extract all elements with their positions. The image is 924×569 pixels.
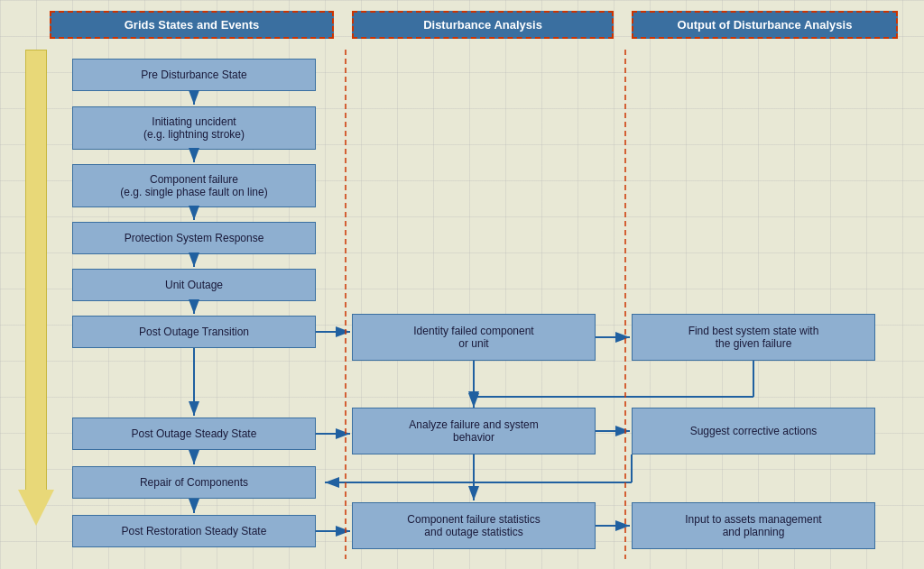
column-header-2: Disturbance Analysis: [352, 11, 614, 39]
analyze-failure-box: Analyze failure and systembehavior: [352, 408, 596, 454]
identity-failed-box: Identity failed componentor unit: [352, 314, 596, 361]
column-header-3: Output of Disturbance Analysis: [632, 11, 898, 39]
suggest-corrective-box: Suggest corrective actions: [632, 408, 875, 454]
find-best-state-box: Find best system state withthe given fai…: [632, 314, 875, 361]
input-assets-box: Input to assets managementand planning: [632, 502, 875, 549]
repair-components-box: Repair of Components: [72, 466, 316, 499]
initiating-incident-box: Initiating uncident(e.g. lightning strok…: [72, 106, 316, 150]
diagram-container: Grids States and Events Disturbance Anal…: [0, 0, 924, 569]
unit-outage-box: Unit Outage: [72, 269, 316, 301]
pre-disturbance-box: Pre Disturbance State: [72, 59, 316, 91]
failure-statistics-box: Component failure statisticsand outage s…: [352, 502, 596, 549]
post-outage-transition-box: Post Outage Transition: [72, 316, 316, 348]
time-arrow: [18, 50, 54, 537]
protection-system-box: Protection System Response: [72, 222, 316, 254]
component-failure-box: Component failure(e.g. single phase faul…: [72, 164, 316, 207]
column-header-1: Grids States and Events: [50, 11, 334, 39]
post-restoration-box: Post Restoration Steady State: [72, 515, 316, 547]
post-outage-steady-box: Post Outage Steady State: [72, 418, 316, 450]
